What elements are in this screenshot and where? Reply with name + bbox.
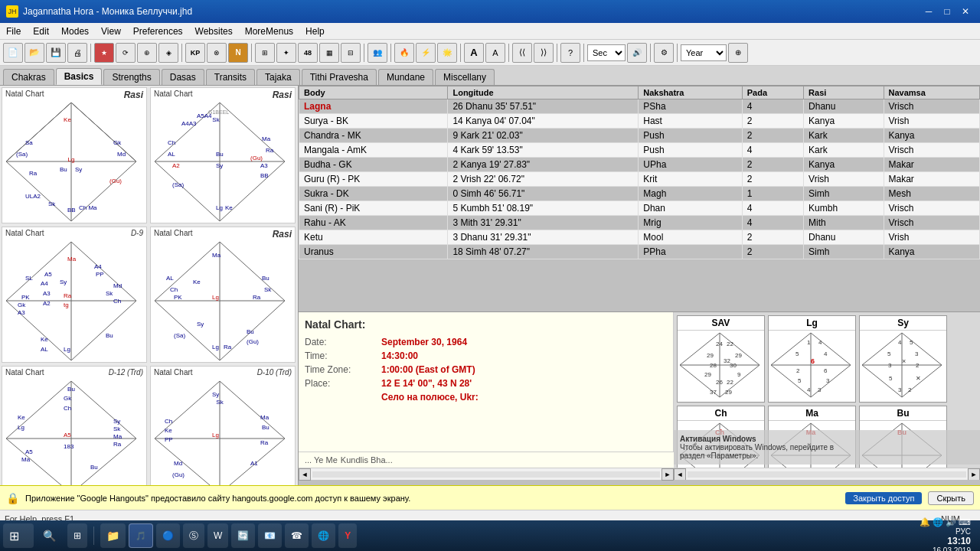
skype-btn[interactable]: Ⓢ bbox=[183, 523, 204, 548]
yandex-btn[interactable]: Y bbox=[338, 523, 357, 548]
toolbar-btn5[interactable]: ⊗ bbox=[207, 43, 227, 63]
toolbar-btn2[interactable]: ⟳ bbox=[116, 43, 136, 63]
toolbar-prev[interactable]: ⟨⟨ bbox=[512, 43, 532, 63]
svg-text:2: 2 bbox=[908, 386, 912, 393]
toolbar-next[interactable]: ⟩⟩ bbox=[534, 43, 554, 63]
tab-basics[interactable]: Basics bbox=[56, 68, 103, 85]
toolbar-save[interactable]: 💾 bbox=[46, 43, 66, 63]
titlebar: JH Jagannatha Hora - Моника Беллуччи.jhd… bbox=[0, 0, 980, 23]
menu-help[interactable]: Help bbox=[299, 23, 331, 40]
toolbar-a-large[interactable]: A bbox=[464, 43, 484, 63]
toolbar-grid[interactable]: ⊞ bbox=[255, 43, 275, 63]
toolbar-end[interactable]: ⊕ bbox=[728, 43, 748, 63]
toolbar-btn4[interactable]: ◈ bbox=[158, 43, 178, 63]
toolbar-new[interactable]: 📄 bbox=[3, 43, 23, 63]
menu-preferences[interactable]: Preferences bbox=[127, 23, 189, 40]
menu-moremenus[interactable]: MoreMenus bbox=[239, 23, 299, 40]
date-label: Date: bbox=[305, 337, 381, 347]
tab-transits[interactable]: Transits bbox=[206, 69, 255, 85]
timezone-row: Time Zone: 1:00:00 (East of GMT) bbox=[305, 364, 667, 375]
natal-chart-info: Natal Chart: Date: September 30, 1964 Ti… bbox=[299, 312, 674, 452]
cell-body: Sukra - DK bbox=[299, 187, 448, 201]
tab-strengths[interactable]: Strengths bbox=[103, 69, 159, 85]
file-explorer-btn[interactable]: 📁 bbox=[100, 523, 126, 548]
h-scrollbar[interactable]: ◄ ► bbox=[299, 468, 674, 480]
tab-miscellany[interactable]: Miscellany bbox=[435, 69, 495, 85]
maximize-button[interactable]: □ bbox=[939, 4, 956, 19]
menu-websites[interactable]: Websites bbox=[189, 23, 239, 40]
cell-rasi: Kark bbox=[804, 129, 884, 143]
task-view-button[interactable]: ⊞ bbox=[67, 523, 87, 548]
svg-line-173 bbox=[862, 333, 902, 365]
toolbar-48[interactable]: 48 bbox=[298, 43, 318, 63]
sav-h-scroll[interactable]: ◄ ► bbox=[674, 468, 980, 480]
sav-scroll-left[interactable]: ◄ bbox=[674, 468, 686, 481]
mail-btn[interactable]: 📧 bbox=[258, 523, 282, 548]
cell-longitude: 3 Dhanu 31' 29.31" bbox=[448, 230, 639, 245]
toolbar-speaker[interactable]: 🔊 bbox=[627, 43, 647, 63]
minimize-button[interactable]: ─ bbox=[920, 4, 937, 19]
svg-text:(Sa): (Sa) bbox=[174, 332, 185, 339]
toolbar-n[interactable]: N bbox=[228, 43, 248, 63]
svg-text:A2: A2 bbox=[172, 162, 180, 169]
table-scroll[interactable]: Body Longitude Nakshatra Pada Rasi Navam… bbox=[299, 86, 980, 311]
toolbar-btn3[interactable]: ⊕ bbox=[137, 43, 157, 63]
menu-edit[interactable]: Edit bbox=[27, 23, 55, 40]
toolbar-sec-dropdown[interactable]: SecMinHour bbox=[587, 44, 626, 61]
cell-nakshatra: Krit bbox=[639, 172, 742, 187]
svg-text:A4A3: A4A3 bbox=[181, 120, 197, 127]
tab-tithi[interactable]: Tithi Pravesha bbox=[302, 69, 377, 85]
jh-app-btn[interactable]: 🎵 bbox=[129, 523, 153, 548]
cell-rasi: Dhanu bbox=[804, 99, 884, 114]
menu-modes[interactable]: Modes bbox=[55, 23, 95, 40]
svg-text:(Gu): (Gu) bbox=[109, 178, 122, 184]
chrome-btn[interactable]: 🔵 bbox=[156, 523, 180, 548]
tab-dasas[interactable]: Dasas bbox=[162, 69, 204, 85]
browser-btn[interactable]: 🌐 bbox=[312, 523, 335, 548]
toolbar-print[interactable]: 🖨 bbox=[67, 43, 87, 63]
sav-scroll-right[interactable]: ► bbox=[968, 468, 980, 481]
svg-text:BB: BB bbox=[260, 172, 269, 179]
tab-chakras[interactable]: Chakras bbox=[3, 69, 54, 85]
svg-line-74 bbox=[155, 301, 220, 360]
toolbar-chart1[interactable]: ★ bbox=[94, 43, 114, 63]
table-row: Sukra - DK 0 Simh 46' 56.71" Magh 1 Simh… bbox=[299, 187, 980, 201]
toolbar-open[interactable]: 📂 bbox=[24, 43, 44, 63]
phone-btn[interactable]: ☎ bbox=[285, 523, 309, 548]
svg-line-46 bbox=[71, 301, 136, 360]
svg-text:183: 183 bbox=[64, 443, 74, 450]
menu-view[interactable]: View bbox=[95, 23, 127, 40]
toolbar-flame[interactable]: ⚡ bbox=[416, 43, 436, 63]
toolbar-grid2[interactable]: ⊟ bbox=[341, 43, 361, 63]
toolbar-star[interactable]: ✦ bbox=[276, 43, 296, 63]
cell-body: Sani (R) - PiK bbox=[299, 201, 448, 216]
toolbar-people[interactable]: 👥 bbox=[368, 43, 387, 63]
toolbar-gear[interactable]: ⚙ bbox=[654, 43, 674, 63]
toolbar-question[interactable]: ? bbox=[560, 43, 580, 63]
window-controls: ─ □ ✕ bbox=[920, 4, 974, 19]
start-button[interactable]: ⊞ bbox=[3, 523, 34, 548]
menu-file[interactable]: File bbox=[0, 23, 27, 40]
toolbar-fire[interactable]: 🔥 bbox=[394, 43, 414, 63]
close-access-button[interactable]: Закрыть доступ bbox=[845, 492, 922, 504]
scroll-left-btn[interactable]: ◄ bbox=[299, 468, 311, 481]
cell-pada: 2 bbox=[742, 245, 803, 259]
tab-mundane[interactable]: Mundane bbox=[378, 69, 433, 85]
hide-button[interactable]: Скрыть bbox=[928, 491, 974, 505]
toolbar-fire2[interactable]: 🌟 bbox=[437, 43, 457, 63]
toolbar-rect[interactable]: ▦ bbox=[319, 43, 339, 63]
cell-rasi: Dhanu bbox=[804, 230, 884, 245]
chart-natal-rasi2: Natal Chart Rasi G1BEEL Sk Ma Ra (Gu) bbox=[150, 87, 296, 223]
close-button[interactable]: ✕ bbox=[957, 4, 974, 19]
scroll-right-btn[interactable]: ► bbox=[662, 468, 674, 481]
tab-tajaka[interactable]: Tajaka bbox=[256, 69, 300, 85]
svg-text:A2: A2 bbox=[43, 300, 51, 307]
search-button[interactable]: 🔍 bbox=[37, 523, 64, 548]
svg-line-117 bbox=[155, 439, 220, 485]
toolbar-kp[interactable]: KP bbox=[185, 43, 205, 63]
toolbar-a-small[interactable]: A bbox=[485, 43, 505, 63]
word-btn[interactable]: W bbox=[207, 523, 228, 548]
svg-text:PP: PP bbox=[165, 436, 173, 443]
outlook-btn[interactable]: 🔄 bbox=[231, 523, 255, 548]
toolbar-year-dropdown[interactable]: YearMonth bbox=[681, 44, 727, 61]
